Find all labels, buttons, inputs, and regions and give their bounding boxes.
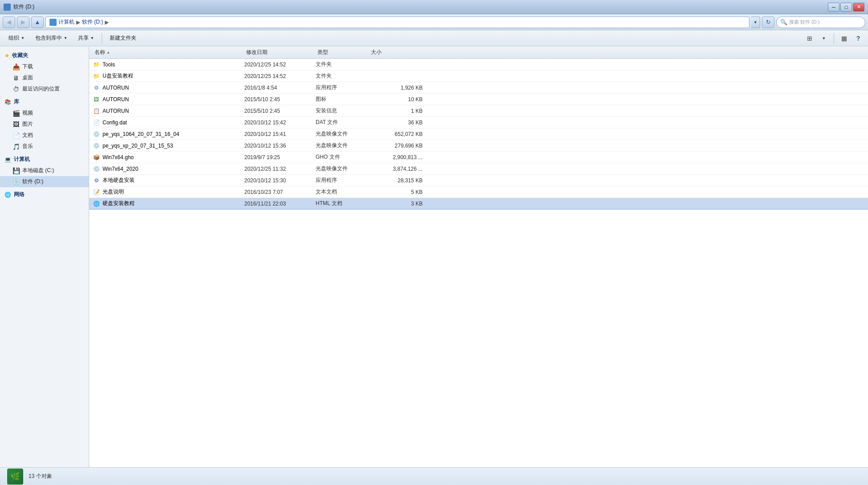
file-type-icon: 💿 [93, 131, 100, 138]
file-name-cell: 💿 pe_yqs_1064_20_07_31_16_04 [93, 131, 244, 138]
table-row[interactable]: 📦 Win7x64.gho 2019/9/7 19:25 GHO 文件 2,90… [89, 152, 868, 163]
file-name-text: pe_yqs_xp_20_07_31_15_53 [103, 143, 173, 149]
col-header-date[interactable]: 修改日期 [244, 49, 316, 56]
video-icon: 🎬 [12, 110, 20, 117]
file-name-cell: 📄 Config.dat [93, 119, 244, 126]
sidebar-item-downloads[interactable]: 📥 下载 [0, 61, 89, 72]
file-name-cell: 💿 Win7x64_2020 [93, 165, 244, 173]
sidebar-section-computer: 💻 计算机 💾 本地磁盘 (C:) 💿 软件 (D:) [0, 154, 89, 187]
addressbar: ◀ ▶ ▲ 计算机 ▶ 软件 (D:) ▶ ▼ ↻ 🔍 搜索 软件 (D:) [0, 14, 868, 30]
col-header-type[interactable]: 类型 [316, 49, 369, 56]
maximize-button[interactable]: □ [840, 3, 852, 12]
views-button[interactable]: ⊞ [803, 33, 816, 44]
sidebar-network-header[interactable]: 🌐 网络 [0, 189, 89, 200]
file-size-cell: 36 KB [369, 119, 423, 126]
file-name-cell: 📝 光盘说明 [93, 188, 244, 196]
file-date-cell: 2016/1/8 4:54 [244, 85, 316, 91]
table-row[interactable]: 💿 pe_yqs_xp_20_07_31_15_53 2020/10/12 15… [89, 140, 868, 152]
file-type-cell: HTML 文档 [316, 200, 369, 207]
drive-d-icon: 💿 [12, 178, 20, 185]
file-type-cell: 光盘映像文件 [316, 130, 369, 138]
sidebar-item-recent[interactable]: ⏱ 最近访问的位置 [0, 83, 89, 95]
view-dropdown-button[interactable]: ▼ [818, 33, 830, 44]
file-type-icon: 📋 [93, 107, 100, 115]
organize-button[interactable]: 组织 ▼ [4, 32, 29, 45]
sidebar-item-doc[interactable]: 📄 文档 [0, 130, 89, 141]
file-type-cell: DAT 文件 [316, 119, 369, 126]
sidebar-item-soft-d[interactable]: 💿 软件 (D:) [0, 176, 89, 187]
col-header-name[interactable]: 名称 ▲ [93, 49, 244, 56]
file-type-cell: 安装信息 [316, 107, 369, 115]
file-list: 📁 Tools 2020/12/25 14:52 文件夹 📁 U盘安装教程 20… [89, 59, 868, 210]
sidebar-computer-header[interactable]: 💻 计算机 [0, 154, 89, 165]
file-name-text: AUTORUN [103, 108, 129, 114]
sidebar-item-music[interactable]: 🎵 音乐 [0, 141, 89, 152]
file-date-cell: 2020/10/12 15:30 [244, 177, 316, 184]
search-box[interactable]: 🔍 搜索 软件 (D:) [776, 16, 865, 28]
address-path[interactable]: 计算机 ▶ 软件 (D:) ▶ [45, 16, 749, 28]
table-row[interactable]: 📄 Config.dat 2020/10/12 15:42 DAT 文件 36 … [89, 117, 868, 128]
sidebar-item-image[interactable]: 🖼 图片 [0, 119, 89, 130]
close-button[interactable]: ✕ [853, 3, 864, 12]
desktop-icon: 🖥 [12, 74, 20, 82]
file-date-cell: 2016/10/23 7:07 [244, 189, 316, 195]
forward-button[interactable]: ▶ [17, 16, 29, 28]
share-button[interactable]: 共享 ▼ [73, 32, 99, 45]
file-type-icon: ⚙ [93, 177, 100, 184]
sidebar-section-library: 📚 库 🎬 视频 🖼 图片 📄 文档 🎵 音乐 [0, 96, 89, 152]
table-row[interactable]: ⚙ AUTORUN 2016/1/8 4:54 应用程序 1,926 KB [89, 82, 868, 94]
file-type-icon: ⚙ [93, 84, 100, 91]
file-size-cell: 5 KB [369, 189, 423, 195]
address-dropdown[interactable]: ▼ [751, 16, 760, 28]
sidebar-item-local-c[interactable]: 💾 本地磁盘 (C:) [0, 165, 89, 176]
table-row[interactable]: 💿 pe_yqs_1064_20_07_31_16_04 2020/10/12 … [89, 128, 868, 140]
sidebar-item-video[interactable]: 🎬 视频 [0, 107, 89, 119]
up-button[interactable]: ▲ [31, 16, 44, 28]
file-type-icon: 💿 [93, 165, 100, 173]
new-folder-button[interactable]: 新建文件夹 [105, 32, 141, 45]
file-area: 名称 ▲ 修改日期 类型 大小 📁 Tools 2020/12/25 14:52… [89, 46, 868, 467]
table-row[interactable]: 💿 Win7x64_2020 2020/12/25 11:32 光盘映像文件 3… [89, 163, 868, 175]
file-name-text: Config.dat [103, 119, 127, 126]
toolbar-separator-2 [834, 33, 834, 44]
titlebar-controls: ─ □ ✕ [828, 3, 864, 12]
file-name-cell: ⚙ 本地硬盘安装 [93, 177, 244, 184]
back-button[interactable]: ◀ [3, 16, 15, 28]
refresh-button[interactable]: ↻ [762, 16, 774, 28]
table-row[interactable]: 📝 光盘说明 2016/10/23 7:07 文本文档 5 KB [89, 186, 868, 198]
file-date-cell: 2015/5/10 2:45 [244, 96, 316, 103]
titlebar-left: 软件 (D:) [4, 3, 34, 11]
table-row[interactable]: 🌐 硬盘安装教程 2016/11/21 22:03 HTML 文档 3 KB [89, 198, 868, 210]
include-library-button[interactable]: 包含到库中 ▼ [30, 32, 72, 45]
file-date-cell: 2020/12/25 14:52 [244, 62, 316, 68]
sidebar-favorites-header[interactable]: ★ 收藏夹 [0, 50, 89, 61]
path-computer: 计算机 [58, 18, 74, 26]
music-icon: 🎵 [12, 143, 20, 150]
file-name-text: Tools [103, 62, 115, 68]
file-type-cell: 光盘映像文件 [316, 165, 369, 173]
statusbar: 🌿 13 个对象 [0, 467, 868, 485]
main-container: ★ 收藏夹 📥 下载 🖥 桌面 ⏱ 最近访问的位置 📚 库 � [0, 46, 868, 467]
preview-pane-button[interactable]: ▦ [838, 33, 850, 44]
file-name-text: AUTORUN [103, 85, 129, 91]
file-size-cell: 3,874,126 ... [369, 166, 423, 172]
minimize-button[interactable]: ─ [828, 3, 839, 12]
file-date-cell: 2020/12/25 14:52 [244, 73, 316, 79]
table-row[interactable]: ⚙ 本地硬盘安装 2020/10/12 15:30 应用程序 28,315 KB [89, 175, 868, 186]
table-row[interactable]: 🖼 AUTORUN 2015/5/10 2:45 图标 10 KB [89, 94, 868, 105]
table-row[interactable]: 📋 AUTORUN 2015/5/10 2:45 安装信息 1 KB [89, 105, 868, 117]
file-size-cell: 3 KB [369, 201, 423, 207]
file-type-cell: GHO 文件 [316, 153, 369, 161]
file-date-cell: 2020/12/25 11:32 [244, 166, 316, 172]
help-button[interactable]: ? [852, 33, 864, 44]
file-type-icon: 📁 [93, 73, 100, 80]
sidebar-library-header[interactable]: 📚 库 [0, 96, 89, 107]
col-header-size[interactable]: 大小 [369, 49, 423, 56]
table-row[interactable]: 📁 Tools 2020/12/25 14:52 文件夹 [89, 59, 868, 70]
sidebar-item-desktop[interactable]: 🖥 桌面 [0, 72, 89, 83]
table-row[interactable]: 📁 U盘安装教程 2020/12/25 14:52 文件夹 [89, 70, 868, 82]
titlebar: 软件 (D:) ─ □ ✕ [0, 0, 868, 14]
file-size-cell: 279,696 KB [369, 143, 423, 149]
toolbar: 组织 ▼ 包含到库中 ▼ 共享 ▼ 新建文件夹 ⊞ ▼ ▦ ? [0, 30, 868, 46]
file-name-cell: 📁 Tools [93, 61, 244, 68]
